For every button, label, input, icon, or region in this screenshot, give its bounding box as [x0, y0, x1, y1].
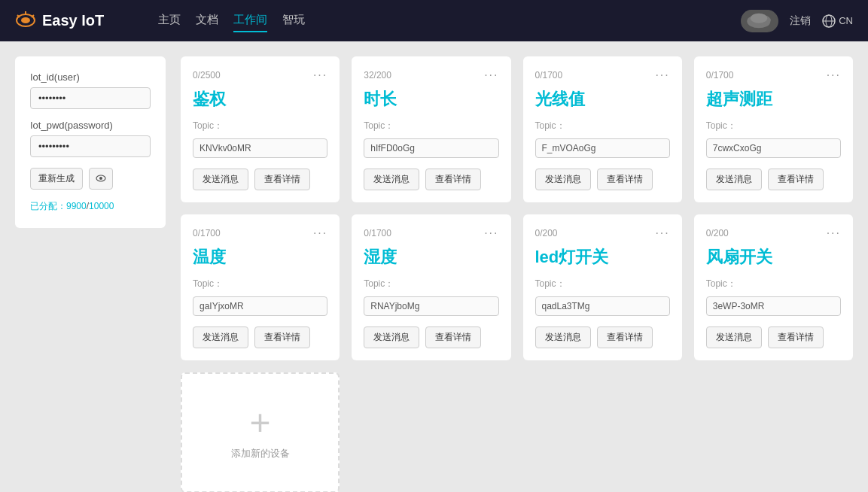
card-topic-label: Topic： [706, 278, 841, 290]
card-actions: 发送消息 查看详情 [535, 326, 670, 348]
logo-icon [15, 10, 36, 32]
card-topic-input[interactable] [535, 296, 670, 316]
cloud-icon[interactable] [741, 10, 778, 32]
content: Iot_id(user) Iot_pwd(password) 重新生成 已分配：… [0, 41, 868, 492]
detail-button[interactable]: 查看详情 [597, 326, 653, 348]
card-actions: 发送消息 查看详情 [364, 169, 498, 190]
card-header: 0/1700 ··· [364, 226, 498, 240]
eye-button[interactable] [89, 168, 113, 190]
nav-item-home[interactable]: 主页 [158, 9, 181, 32]
card-actions: 发送消息 查看详情 [364, 326, 498, 348]
regen-button[interactable]: 重新生成 [30, 168, 83, 190]
logo-text: Easy IoT [42, 12, 104, 29]
sidebar: Iot_id(user) Iot_pwd(password) 重新生成 已分配：… [15, 56, 166, 228]
card-quota: 0/1700 [193, 228, 221, 238]
main-grid: 0/2500 ··· 鉴权 Topic： 发送消息 查看详情 32/200 ··… [181, 56, 853, 492]
card-more-icon[interactable]: ··· [827, 226, 841, 240]
card-quota: 32/200 [364, 70, 391, 80]
send-button[interactable]: 发送消息 [706, 326, 762, 348]
card-topic-input[interactable] [193, 296, 327, 316]
send-button[interactable]: 发送消息 [706, 169, 762, 190]
card-header: 0/200 ··· [706, 226, 841, 240]
card-topic-label: Topic： [535, 120, 670, 132]
card-more-icon[interactable]: ··· [484, 68, 498, 82]
send-button[interactable]: 发送消息 [535, 169, 591, 190]
logout-button[interactable]: 注销 [790, 14, 811, 28]
card-title: 鉴权 [193, 88, 327, 111]
send-button[interactable]: 发送消息 [193, 326, 248, 348]
detail-button[interactable]: 查看详情 [254, 326, 310, 348]
card-more-icon[interactable]: ··· [827, 68, 841, 82]
card-more-icon[interactable]: ··· [655, 226, 669, 240]
card-topic-input[interactable] [364, 296, 498, 316]
card-more-icon[interactable]: ··· [313, 68, 327, 82]
card-topic-input[interactable] [706, 138, 841, 158]
device-card-chaosheng: 0/1700 ··· 超声测距 Topic： 发送消息 查看详情 [694, 56, 853, 202]
card-title: led灯开关 [535, 246, 670, 269]
card-more-icon[interactable]: ··· [655, 68, 669, 82]
lang-button[interactable]: CN [822, 14, 853, 28]
card-actions: 发送消息 查看详情 [535, 169, 670, 190]
device-card-fengshan: 0/200 ··· 风扇开关 Topic： 发送消息 查看详情 [694, 214, 853, 360]
detail-button[interactable]: 查看详情 [768, 326, 824, 348]
quota-used: 9900 [66, 201, 87, 211]
iot-id-label: Iot_id(user) [30, 71, 151, 83]
nav-links: 主页 文档 工作间 智玩 [158, 9, 718, 32]
card-header: 0/1700 ··· [193, 226, 327, 240]
card-actions: 发送消息 查看详情 [193, 326, 327, 348]
card-quota: 0/1700 [535, 70, 563, 80]
send-button[interactable]: 发送消息 [364, 326, 419, 348]
send-button[interactable]: 发送消息 [535, 326, 591, 348]
device-card-led: 0/200 ··· led灯开关 Topic： 发送消息 查看详情 [523, 214, 682, 360]
iot-id-input[interactable] [30, 87, 151, 109]
detail-button[interactable]: 查看详情 [597, 169, 653, 190]
navbar: Easy IoT 主页 文档 工作间 智玩 注销 CN [0, 0, 868, 41]
card-topic-label: Topic： [364, 278, 498, 290]
card-title: 超声测距 [706, 88, 841, 111]
card-header: 0/1700 ··· [706, 68, 841, 82]
iot-pwd-input[interactable] [30, 135, 151, 157]
nav-item-docs[interactable]: 文档 [196, 9, 218, 32]
card-more-icon[interactable]: ··· [313, 226, 327, 240]
card-quota: 0/1700 [364, 228, 391, 238]
add-device-label: 添加新的设备 [231, 447, 290, 460]
device-card-wendu: 0/1700 ··· 温度 Topic： 发送消息 查看详情 [181, 214, 340, 360]
send-button[interactable]: 发送消息 [364, 169, 419, 190]
card-actions: 发送消息 查看详情 [706, 326, 841, 348]
device-card-shidu: 0/1700 ··· 湿度 Topic： 发送消息 查看详情 [352, 214, 510, 360]
detail-button[interactable]: 查看详情 [425, 326, 481, 348]
card-header: 0/2500 ··· [193, 68, 327, 82]
card-header: 0/200 ··· [535, 226, 670, 240]
card-topic-input[interactable] [535, 138, 670, 158]
sidebar-actions: 重新生成 [30, 168, 151, 190]
card-quota: 0/1700 [706, 70, 734, 80]
quota-label: 已分配： [30, 201, 66, 211]
card-actions: 发送消息 查看详情 [706, 169, 841, 190]
card-topic-label: Topic： [193, 120, 327, 132]
detail-button[interactable]: 查看详情 [425, 169, 481, 190]
card-title: 风扇开关 [706, 246, 841, 269]
svg-point-1 [21, 17, 30, 23]
quota-total: 10000 [89, 201, 114, 211]
card-title: 温度 [193, 246, 327, 269]
card-topic-input[interactable] [364, 138, 498, 158]
detail-button[interactable]: 查看详情 [254, 169, 310, 190]
nav-item-play[interactable]: 智玩 [282, 9, 305, 32]
card-quota: 0/2500 [193, 70, 221, 80]
detail-button[interactable]: 查看详情 [768, 169, 824, 190]
card-topic-input[interactable] [706, 296, 841, 316]
nav-item-workspace[interactable]: 工作间 [233, 9, 267, 32]
card-topic-label: Topic： [535, 278, 670, 290]
iot-pwd-label: Iot_pwd(password) [30, 120, 151, 131]
card-topic-label: Topic： [193, 278, 327, 290]
nav-right: 注销 CN [741, 10, 853, 32]
card-more-icon[interactable]: ··· [484, 226, 498, 240]
card-actions: 发送消息 查看详情 [193, 169, 327, 190]
add-icon: + [250, 405, 271, 441]
send-button[interactable]: 发送消息 [193, 169, 248, 190]
device-card-jiequan: 0/2500 ··· 鉴权 Topic： 发送消息 查看详情 [181, 56, 340, 202]
device-card-shichang: 32/200 ··· 时长 Topic： 发送消息 查看详情 [352, 56, 510, 202]
card-topic-label: Topic： [364, 120, 498, 132]
card-topic-input[interactable] [193, 138, 327, 158]
add-device-card[interactable]: + 添加新的设备 [181, 372, 340, 492]
